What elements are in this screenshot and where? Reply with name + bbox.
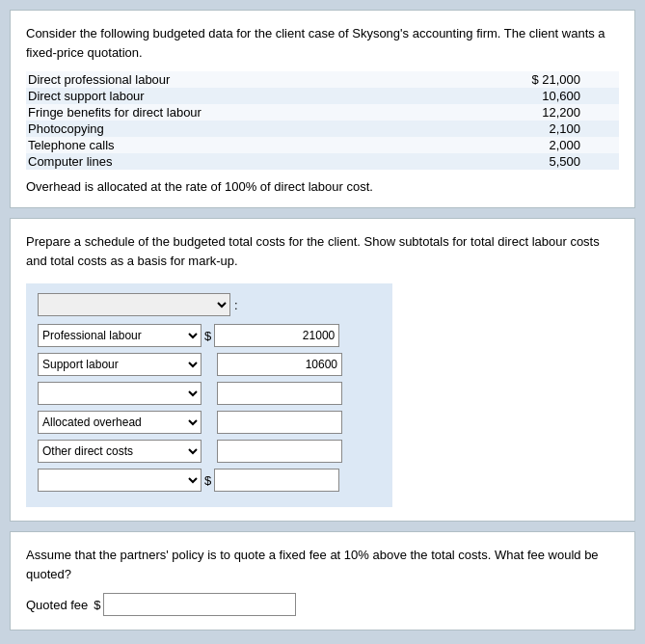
budget-row-value: 2,000 xyxy=(444,137,619,153)
card1-description: Consider the following budgeted data for… xyxy=(26,24,619,62)
card2-description: Prepare a schedule of the budgeted total… xyxy=(26,232,619,270)
row-select-2[interactable] xyxy=(38,382,202,405)
card3: Assume that the partners' policy is to q… xyxy=(10,531,635,631)
row-select-4[interactable]: Other direct costs xyxy=(38,440,202,463)
quoted-dollar-sign: $ xyxy=(94,598,100,612)
budget-row-label: Direct professional labour xyxy=(26,71,444,88)
budget-row-label: Fringe benefits for direct labour xyxy=(26,104,444,121)
row-input-0[interactable] xyxy=(214,324,339,347)
form-row: $ xyxy=(38,469,381,492)
row-input-4[interactable] xyxy=(217,440,342,463)
form-row: Allocated overhead xyxy=(38,411,381,434)
budget-row-label: Computer lines xyxy=(26,153,444,170)
row-input-1[interactable] xyxy=(217,353,342,376)
budget-data-table: Direct professional labour$ 21,000Direct… xyxy=(26,71,619,170)
budget-row-label: Photocopying xyxy=(26,121,444,137)
quoted-fee-label: Quoted fee xyxy=(26,598,88,612)
colon-label: : xyxy=(234,298,238,312)
top-select[interactable] xyxy=(38,293,230,316)
form-row: Other direct costs xyxy=(38,440,381,463)
budget-row-value: 10,600 xyxy=(444,88,619,104)
card3-description: Assume that the partners' policy is to q… xyxy=(26,546,619,583)
form-row xyxy=(38,382,381,405)
row-select-3[interactable]: Allocated overhead xyxy=(38,411,202,434)
row-input-2[interactable] xyxy=(217,382,342,405)
overhead-note: Overhead is allocated at the rate of 100… xyxy=(26,179,619,194)
dollar-sign: $ xyxy=(204,473,211,488)
quoted-fee-row: Quoted fee $ xyxy=(26,593,619,616)
budget-row-value: 5,500 xyxy=(444,153,619,170)
row-select-0[interactable]: Professional labour xyxy=(38,324,202,347)
budget-row-label: Telephone calls xyxy=(26,137,444,153)
dollar-sign: $ xyxy=(204,329,211,343)
budget-row-value: 12,200 xyxy=(444,104,619,121)
row-input-5[interactable] xyxy=(214,469,339,492)
card1: Consider the following budgeted data for… xyxy=(10,10,635,208)
form-area: : Professional labour$Support labourAllo… xyxy=(26,283,392,507)
row-select-5[interactable] xyxy=(38,469,202,492)
row-input-3[interactable] xyxy=(217,411,342,434)
budget-row-value: $ 21,000 xyxy=(444,71,619,88)
form-row: Professional labour$ xyxy=(38,324,381,347)
budget-row-label: Direct support labour xyxy=(26,88,444,104)
card2: Prepare a schedule of the budgeted total… xyxy=(10,218,635,522)
row-select-1[interactable]: Support labour xyxy=(38,353,202,376)
quoted-fee-input[interactable] xyxy=(103,593,296,616)
form-row: Support labour xyxy=(38,353,381,376)
budget-row-value: 2,100 xyxy=(444,121,619,137)
